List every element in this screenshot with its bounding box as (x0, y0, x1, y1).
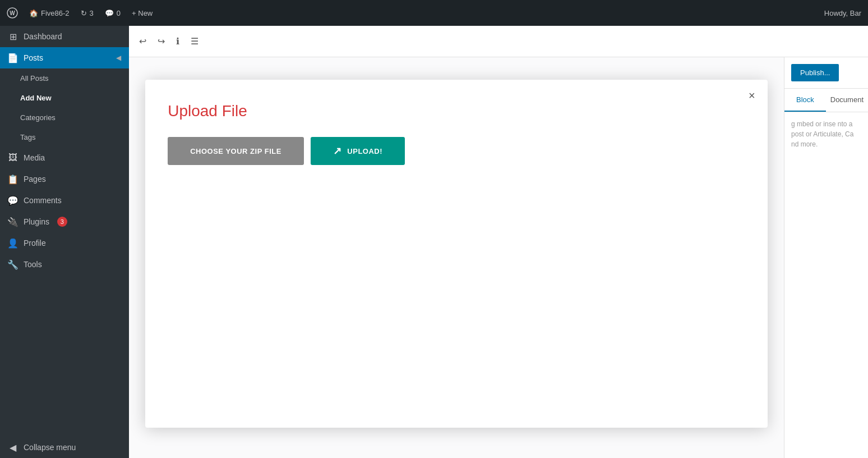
sidebar-item-media[interactable]: 🖼 Media (0, 147, 129, 168)
modal-overlay: × Upload File CHOOSE YOUR ZIP FILE ↗ UPL… (129, 57, 784, 458)
right-panel-content: g mbed or inse nto a post or Articulate,… (784, 112, 868, 156)
sidebar-item-add-new[interactable]: Add New (0, 88, 129, 108)
sidebar-item-tools[interactable]: 🔧 Tools (0, 254, 129, 275)
site-name-link[interactable]: 🏠 Five86-2 (29, 9, 70, 17)
sidebar-item-pages[interactable]: 📋 Pages (0, 168, 129, 190)
updates-icon: ↻ (81, 9, 87, 17)
sidebar-item-profile[interactable]: 👤 Profile (0, 232, 129, 254)
redo-button[interactable]: ↪ (154, 33, 168, 50)
howdy-text: Howdy, Bar (824, 9, 861, 17)
sidebar-item-tags[interactable]: Tags (0, 127, 129, 147)
sidebar-item-plugins[interactable]: 🔌 Plugins 3 (0, 211, 129, 232)
block-list-button[interactable]: ☰ (187, 33, 202, 50)
main-layout: ⊞ Dashboard 📄 Posts ◀ All Posts Add New … (0, 26, 868, 458)
sidebar-item-all-posts[interactable]: All Posts (0, 68, 129, 88)
posts-icon: 📄 (8, 53, 18, 63)
upload-label: UPLOAD! (347, 147, 382, 155)
comments-sidebar-icon: 💬 (8, 195, 18, 205)
plugins-badge: 3 (57, 217, 67, 227)
right-panel-tabs: Block Document (784, 89, 868, 112)
upload-button[interactable]: ↗ UPLOAD! (311, 137, 405, 165)
sidebar-item-posts[interactable]: 📄 Posts ◀ (0, 47, 129, 68)
sidebar-item-categories[interactable]: Categories (0, 108, 129, 127)
sidebar: ⊞ Dashboard 📄 Posts ◀ All Posts Add New … (0, 26, 129, 458)
pages-icon: 📋 (8, 174, 18, 184)
info-button[interactable]: ℹ (173, 33, 183, 50)
modal-title: Upload File (168, 102, 745, 120)
dashboard-icon: ⊞ (8, 31, 18, 42)
profile-icon: 👤 (8, 238, 18, 248)
comments-link[interactable]: 💬 0 (105, 9, 121, 17)
right-panel: Publish... Block Document g mbed or inse… (784, 57, 868, 458)
plugins-icon: 🔌 (8, 217, 18, 227)
tab-block[interactable]: Block (784, 89, 826, 112)
home-icon: 🏠 (29, 9, 38, 17)
sidebar-item-comments[interactable]: 💬 Comments (0, 190, 129, 211)
choose-zip-button[interactable]: CHOOSE YOUR ZIP FILE (168, 137, 304, 165)
sidebar-item-dashboard[interactable]: ⊞ Dashboard (0, 26, 129, 47)
wp-logo-link[interactable]: W (7, 7, 18, 19)
posts-arrow-icon: ◀ (116, 54, 121, 62)
tools-icon: 🔧 (8, 259, 18, 269)
modal-buttons: CHOOSE YOUR ZIP FILE ↗ UPLOAD! (168, 137, 745, 165)
undo-button[interactable]: ↩ (136, 33, 150, 50)
admin-bar: W 🏠 Five86-2 ↻ 3 💬 0 + New Howdy, Bar (0, 0, 868, 26)
editor-toolbar: ↩ ↪ ℹ ☰ (129, 26, 868, 57)
new-content-link[interactable]: + New (132, 9, 153, 17)
content-area: ↩ ↪ ℹ ☰ × Upload File CHOOSE YOUR ZIP FI… (129, 26, 868, 458)
editor-main: × Upload File CHOOSE YOUR ZIP FILE ↗ UPL… (129, 57, 784, 458)
upload-arrow-icon: ↗ (333, 145, 342, 157)
modal-close-button[interactable]: × (744, 88, 760, 103)
publish-button[interactable]: Publish... (791, 64, 839, 81)
tab-document[interactable]: Document (826, 89, 868, 112)
media-icon: 🖼 (8, 153, 18, 163)
sidebar-collapse-button[interactable]: ◀ Collapse menu (0, 437, 129, 458)
collapse-icon: ◀ (8, 442, 18, 452)
svg-text:W: W (10, 10, 15, 16)
comments-icon: 💬 (105, 9, 114, 17)
updates-link[interactable]: ↻ 3 (81, 9, 94, 17)
wp-logo-icon: W (7, 7, 18, 19)
upload-modal: × Upload File CHOOSE YOUR ZIP FILE ↗ UPL… (145, 80, 768, 428)
